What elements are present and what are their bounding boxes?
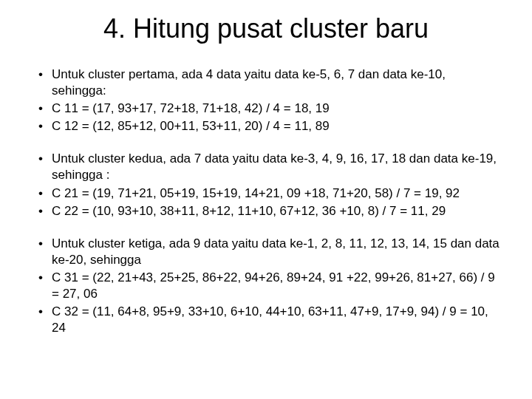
bullet-item: • C 32 = (11, 64+8, 95+9, 33+10, 6+10, 4… [30, 304, 502, 336]
bullet-item: • Untuk cluster pertama, ada 4 data yait… [30, 66, 502, 99]
bullet-item: • C 12 = (12, 85+12, 00+11, 53+11, 20) /… [30, 118, 502, 134]
slide-content: • Untuk cluster pertama, ada 4 data yait… [30, 66, 502, 336]
bullet-marker: • [30, 236, 52, 252]
bullet-text: C 12 = (12, 85+12, 00+11, 53+11, 20) / 4… [52, 118, 502, 134]
bullet-text: Untuk cluster kedua, ada 7 data yaitu da… [52, 151, 502, 183]
bullet-marker: • [30, 118, 52, 134]
bullet-item: • C 22 = (10, 93+10, 38+11, 8+12, 11+10,… [30, 203, 502, 219]
bullet-text: C 22 = (10, 93+10, 38+11, 8+12, 11+10, 6… [52, 203, 502, 219]
bullet-marker: • [30, 270, 52, 286]
bullet-item: • C 11 = (17, 93+17, 72+18, 71+18, 42) /… [30, 100, 502, 117]
bullet-marker: • [30, 304, 52, 320]
bullet-item: • Untuk cluster kedua, ada 7 data yaitu … [30, 151, 502, 183]
bullet-marker: • [30, 151, 52, 167]
bullet-item: • Untuk cluster ketiga, ada 9 data yaitu… [30, 236, 502, 268]
bullet-text: C 21 = (19, 71+21, 05+19, 15+19, 14+21, … [52, 185, 502, 202]
bullet-text: Untuk cluster pertama, ada 4 data yaitu … [52, 66, 502, 99]
bullet-group-1: • Untuk cluster pertama, ada 4 data yait… [30, 66, 502, 134]
bullet-group-2: • Untuk cluster kedua, ada 7 data yaitu … [30, 151, 502, 219]
bullet-marker: • [30, 203, 52, 219]
bullet-text: C 32 = (11, 64+8, 95+9, 33+10, 6+10, 44+… [52, 304, 502, 336]
bullet-item: • C 31 = (22, 21+43, 25+25, 86+22, 94+26… [30, 270, 502, 302]
bullet-text: C 11 = (17, 93+17, 72+18, 71+18, 42) / 4… [52, 100, 502, 117]
slide-title: 4. Hitung pusat cluster baru [30, 13, 502, 44]
bullet-text: Untuk cluster ketiga, ada 9 data yaitu d… [52, 236, 502, 268]
bullet-item: • C 21 = (19, 71+21, 05+19, 15+19, 14+21… [30, 185, 502, 202]
bullet-marker: • [30, 185, 52, 202]
bullet-marker: • [30, 66, 52, 83]
bullet-text: C 31 = (22, 21+43, 25+25, 86+22, 94+26, … [52, 270, 502, 302]
bullet-marker: • [30, 100, 52, 117]
bullet-group-3: • Untuk cluster ketiga, ada 9 data yaitu… [30, 236, 502, 337]
